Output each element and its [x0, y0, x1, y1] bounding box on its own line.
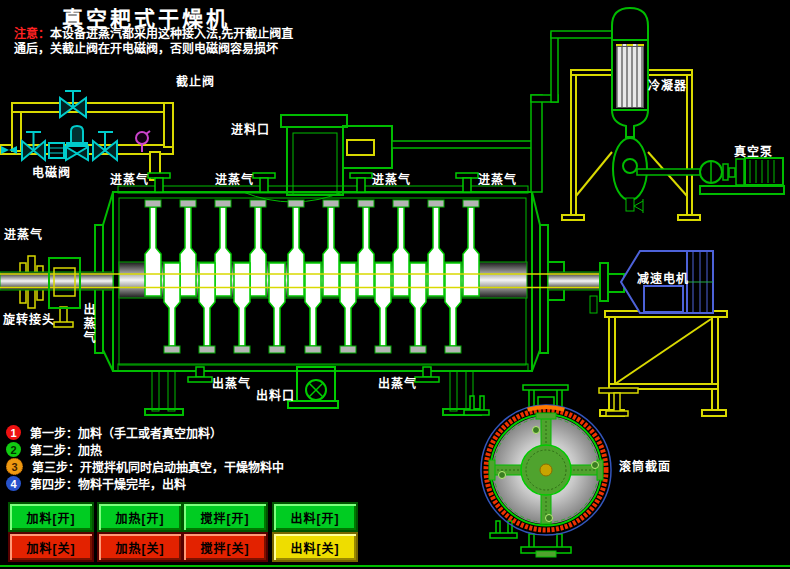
step-text-1: 第一步：加料（手工或者真空加料）: [30, 424, 222, 441]
step-badge-1: 1: [6, 425, 21, 440]
rake-paddle: [180, 200, 196, 207]
rake-paddle: [323, 200, 339, 207]
label-solenoid-valve: 电磁阀: [32, 163, 71, 180]
rake-paddle: [445, 346, 461, 353]
rake-paddle: [164, 263, 180, 346]
gate-valve-icon: [93, 132, 117, 160]
rake-paddle: [410, 263, 426, 346]
rake-paddle: [428, 200, 444, 207]
rake-paddle: [305, 346, 321, 353]
step-item-1: 1 第一步：加料（手工或者真空加料）: [6, 424, 222, 441]
rake-paddle: [428, 207, 444, 296]
vapor-pipe: [392, 31, 613, 192]
rake-paddle: [393, 207, 409, 296]
rake-paddle: [375, 346, 391, 353]
rake-paddle: [164, 346, 180, 353]
rake-paddle: [463, 200, 479, 207]
label-condenser: 冷凝器: [648, 76, 687, 93]
label-discharge-outlet: 出料口: [256, 386, 295, 403]
label-steam-in-1: 进蒸气: [110, 170, 149, 187]
drum-top-arc: [528, 407, 565, 410]
stop-valve-icon: [60, 91, 86, 117]
step-text-2: 第二步：加热: [30, 441, 102, 458]
warning-line2: 通后，关截止阀在开电磁阀，否则电磁阀容易损坏: [14, 42, 314, 57]
step-badge-3: 3: [6, 458, 23, 475]
discharge-outlet-icon: [288, 367, 338, 408]
label-steam-out-2: 出蒸气: [378, 374, 417, 391]
rake-paddle: [250, 200, 266, 207]
feed-on-button[interactable]: 加料[开]: [8, 502, 94, 532]
rake-paddle: [463, 207, 479, 296]
step-item-4: 4 第四步：物料干燥完毕，出料: [6, 475, 186, 492]
step-text-3: 第三步：开搅拌机同时启动抽真空，干燥物料中: [32, 458, 284, 475]
step-text-4: 第四步：物料干燥完毕，出料: [30, 475, 186, 492]
step-item-2: 2 第二步：加热: [6, 441, 102, 458]
rake-paddle: [215, 207, 231, 296]
discharge-on-button[interactable]: 出料[开]: [272, 502, 358, 532]
condenser-tubes: [616, 44, 644, 108]
hmi-screen: 真空耙式干燥机 注意：本设备进蒸汽都采用这种接入法,先开截止阀直 通后，关截止阀…: [0, 0, 790, 569]
rake-paddle: [234, 263, 250, 346]
label-feed-inlet: 进料口: [231, 120, 270, 137]
label-steam-in-2: 进蒸气: [215, 170, 254, 187]
rake-paddle: [199, 263, 215, 346]
rake-paddle: [323, 207, 339, 296]
label-steam-in-left: 进蒸气: [4, 225, 43, 242]
rake-paddle: [199, 346, 215, 353]
strainer-icon: [49, 143, 64, 158]
drum-section-view: [464, 385, 611, 557]
label-stop-valve: 截止阀: [176, 72, 215, 89]
rake-paddle: [393, 200, 409, 207]
feed-off-button[interactable]: 加料[关]: [8, 532, 94, 562]
rake-paddle: [250, 207, 266, 296]
warning-tag: 注意：: [14, 27, 50, 41]
step-badge-2: 2: [6, 442, 21, 457]
rake-paddle: [288, 200, 304, 207]
rake-paddle: [340, 346, 356, 353]
step-badge-4: 4: [6, 476, 21, 491]
rake-paddle: [305, 263, 321, 346]
heat-off-button[interactable]: 加热[关]: [97, 532, 183, 562]
rake-paddle: [375, 263, 391, 346]
rake-paddle: [234, 346, 250, 353]
label-gear-motor: 减速电机: [637, 269, 689, 286]
rake-paddle: [180, 207, 196, 296]
warning-line1: 本设备进蒸汽都采用这种接入法,先开截止阀直: [50, 27, 293, 41]
rake-paddle: [358, 207, 374, 296]
stir-off-button[interactable]: 搅拌[关]: [182, 532, 268, 562]
rake-paddle: [145, 207, 161, 296]
discharge-off-button[interactable]: 出料[关]: [272, 532, 358, 562]
label-drum-section: 滚筒截面: [619, 457, 671, 474]
heat-on-button[interactable]: 加热[开]: [97, 502, 183, 532]
rake-paddles: [145, 200, 479, 353]
label-vacuum-pump: 真空泵: [734, 142, 773, 159]
rake-paddle: [358, 200, 374, 207]
warning-note: 注意：本设备进蒸汽都采用这种接入法,先开截止阀直 通后，关截止阀在开电磁阀，否则…: [14, 27, 314, 57]
rake-paddle: [340, 263, 356, 346]
rake-paddle: [269, 263, 285, 346]
label-steam-out-1: 出蒸气: [212, 374, 251, 391]
label-steam-out-left: 出蒸气: [80, 303, 97, 351]
rake-paddle: [410, 346, 426, 353]
gate-valve-icon: [22, 132, 45, 160]
stir-on-button[interactable]: 搅拌[开]: [182, 502, 268, 532]
rake-paddle: [445, 263, 461, 346]
rake-paddle: [215, 200, 231, 207]
label-rotary-joint: 旋转接头: [3, 310, 55, 327]
rake-paddle: [288, 207, 304, 296]
step-item-3: 3 第三步：开搅拌机同时启动抽真空，干燥物料中: [6, 458, 284, 475]
rake-paddle: [269, 346, 285, 353]
label-steam-in-3: 进蒸气: [372, 170, 411, 187]
label-steam-in-4: 进蒸气: [478, 170, 517, 187]
rake-paddle: [145, 200, 161, 207]
